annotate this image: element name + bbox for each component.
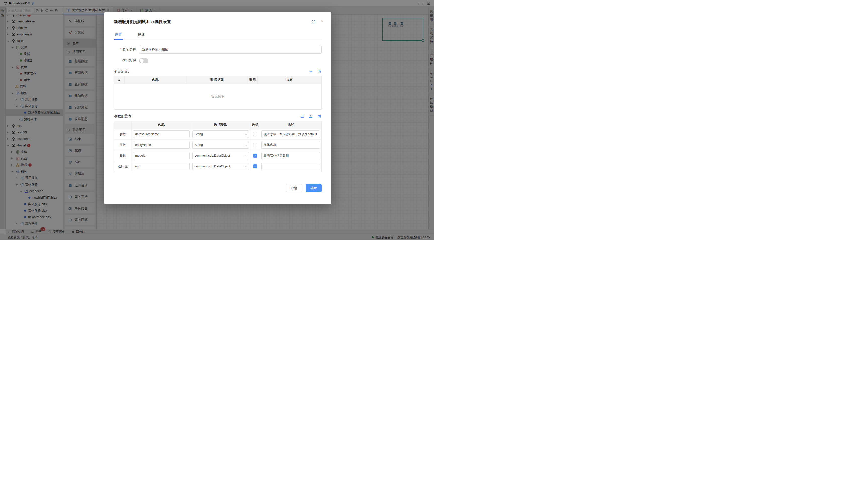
params-column-header: 描述 bbox=[260, 121, 321, 129]
params-table-body: 参数String参数String参数commonj.sdo.DataObject… bbox=[114, 129, 321, 172]
params-table-row: 参数String bbox=[114, 139, 321, 150]
access-toggle[interactable] bbox=[139, 58, 149, 63]
chevron-down-icon bbox=[245, 143, 247, 146]
param-desc-input[interactable] bbox=[261, 152, 320, 159]
param-kind-label: 参数 bbox=[114, 150, 132, 161]
param-type-select[interactable]: commonj.sdo.DataObject bbox=[192, 152, 249, 159]
tab-settings[interactable]: 设置 bbox=[114, 31, 123, 40]
param-kind-label: 返回值 bbox=[114, 161, 132, 172]
access-row: 访问权限 bbox=[114, 58, 322, 63]
display-name-input[interactable] bbox=[139, 46, 322, 54]
variables-actions bbox=[309, 69, 322, 73]
param-name-input[interactable] bbox=[133, 163, 190, 170]
variables-column-header: 描述 bbox=[258, 76, 321, 84]
variables-label: 变量定义: bbox=[114, 69, 129, 74]
params-column-header: 数据类型 bbox=[191, 121, 250, 129]
chevron-down-icon bbox=[245, 154, 247, 157]
display-name-label: *显示名称 bbox=[114, 47, 136, 52]
param-type-select[interactable]: commonj.sdo.DataObject bbox=[192, 163, 249, 170]
chevron-down-icon bbox=[245, 133, 247, 135]
param-type-select[interactable]: String bbox=[192, 130, 249, 138]
variables-column-header: # bbox=[114, 76, 125, 84]
tab-description[interactable]: 描述 bbox=[137, 31, 146, 40]
param-desc-input[interactable] bbox=[261, 130, 320, 138]
close-icon[interactable]: × bbox=[321, 19, 324, 24]
variables-column-header: 数组 bbox=[248, 76, 258, 84]
params-label: 参数配置表: bbox=[114, 114, 132, 119]
params-actions bbox=[300, 115, 322, 119]
params-table-row: 返回值commonj.sdo.DataObject bbox=[114, 161, 321, 172]
param-array-checkbox[interactable] bbox=[253, 154, 257, 158]
variables-column-header: 数据类型 bbox=[186, 76, 248, 84]
params-table: 名称数据类型数组描述 参数String参数String参数commonj.sdo… bbox=[114, 121, 322, 172]
ok-button[interactable]: 确定 bbox=[306, 184, 322, 192]
variables-table-header: #名称数据类型数组描述 bbox=[114, 76, 321, 84]
properties-modal: 新增服务图元测试.bizx属性设置 × 设置 描述 *显示名称 访问权限 变量定… bbox=[104, 12, 331, 204]
primeton-ide-app: Primeton-IDE ‹ › 资源 AIEn文 稀饭粥!demoreleas… bbox=[0, 0, 434, 241]
param-type-value: String bbox=[195, 132, 203, 136]
delete-params-icon[interactable] bbox=[318, 115, 322, 119]
import-params-icon[interactable] bbox=[300, 115, 304, 119]
chevron-down-icon bbox=[245, 165, 247, 167]
param-name-input[interactable] bbox=[133, 152, 190, 159]
param-array-checkbox[interactable] bbox=[253, 132, 257, 136]
required-asterisk: * bbox=[120, 47, 121, 52]
add-variable-icon[interactable] bbox=[309, 69, 313, 73]
params-column-header: 数组 bbox=[250, 121, 260, 129]
param-array-checkbox[interactable] bbox=[253, 164, 257, 168]
variables-column-header: 名称 bbox=[125, 76, 186, 84]
param-type-value: String bbox=[195, 143, 203, 147]
variables-table: #名称数据类型数组描述 暂无数据 bbox=[114, 76, 322, 110]
params-header-row: 参数配置表: bbox=[114, 114, 322, 119]
variables-header-row: 变量定义: bbox=[114, 69, 322, 74]
variables-empty-text: 暂无数据 bbox=[114, 84, 321, 109]
param-type-value: commonj.sdo.DataObject bbox=[195, 154, 230, 157]
params-table-row: 参数commonj.sdo.DataObject bbox=[114, 150, 321, 161]
param-array-checkbox[interactable] bbox=[253, 143, 257, 147]
param-kind-label: 参数 bbox=[114, 139, 132, 150]
params-column-header: 名称 bbox=[132, 121, 191, 129]
cancel-button[interactable]: 取消 bbox=[286, 184, 302, 192]
display-name-row: *显示名称 bbox=[114, 46, 322, 54]
params-column-header bbox=[114, 121, 132, 129]
param-desc-input[interactable] bbox=[261, 141, 320, 149]
fullscreen-icon[interactable] bbox=[312, 20, 316, 24]
modal-title: 新增服务图元测试.bizx属性设置 bbox=[114, 12, 322, 25]
toggle-knob bbox=[140, 59, 144, 63]
param-desc-input[interactable] bbox=[261, 163, 320, 170]
param-name-input[interactable] bbox=[133, 130, 190, 138]
access-label: 访问权限 bbox=[114, 59, 136, 63]
modal-tabs: 设置 描述 bbox=[114, 31, 322, 40]
modal-footer: 取消 确定 bbox=[114, 184, 322, 192]
param-name-input[interactable] bbox=[133, 141, 190, 149]
param-kind-label: 参数 bbox=[114, 129, 132, 139]
param-type-value: commonj.sdo.DataObject bbox=[195, 165, 230, 168]
delete-variable-icon[interactable] bbox=[318, 69, 322, 73]
params-table-header: 名称数据类型数组描述 bbox=[114, 121, 321, 129]
param-type-select[interactable]: String bbox=[192, 141, 249, 149]
params-table-row: 参数String bbox=[114, 129, 321, 139]
export-params-icon[interactable] bbox=[309, 115, 313, 119]
